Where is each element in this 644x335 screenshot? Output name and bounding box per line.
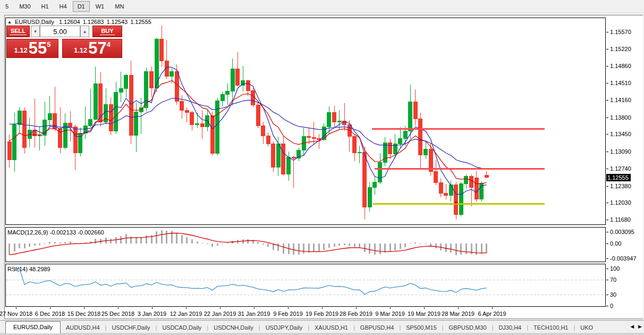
macd-chart[interactable] [5,227,606,262]
tick-mark [606,244,608,244]
price-tick-label: 1.15570 [610,29,631,35]
date-tick [424,307,425,309]
macd-tick-label: 0.00 [610,240,621,247]
date-label: 19 Feb 2019 [306,311,338,317]
date-tick [50,307,50,309]
price-tick-label: 1.14510 [610,80,631,86]
tick-mark [606,232,608,232]
tick-mark [606,280,608,280]
date-tick [186,307,187,309]
date-tick [254,307,255,309]
tab-usdcnh-daily[interactable]: USDCNH,Daily [208,322,259,333]
current-price-badge: 1.12555 [606,174,631,181]
price-tick-label: 1.12030 [610,199,631,206]
date-label: 25 Dec 2018 [101,311,134,317]
application-window: 5M30H1H4D1W1MN ▲EURUSD,Daily1.126041.126… [0,0,644,335]
price-axis: 1.155701.152201.148601.145101.141601.138… [606,15,643,319]
date-tick [220,307,221,309]
price-chart[interactable] [5,18,606,225]
tab-dj30-h4[interactable]: DJ30,H4 [493,322,527,333]
tick-mark [606,220,608,220]
tab-gbpusd-m30[interactable]: GBPUSD,M30 [444,322,492,333]
price-tick-label: 1.11680 [610,216,631,223]
timeframe-button-5[interactable]: 5 [1,1,13,12]
chart-tab-bar: EURUSD,DailyAUDUSD,H4|USDCHF,Daily|USDCA… [0,320,644,335]
tab-eurusd-daily[interactable]: EURUSD,Daily [5,321,61,333]
tick-mark [606,118,608,118]
price-tick-label: 1.13450 [610,131,631,137]
date-label: 6 Apr 2019 [478,311,506,317]
tab-xauusd-h1[interactable]: XAUUSD,H1 [309,322,353,333]
tick-mark [606,100,608,100]
date-label: 9 Feb 2019 [273,311,303,317]
date-tick [390,307,391,309]
tab-usdchf-daily[interactable]: USDCHF,Daily [106,322,155,333]
tick-mark [606,134,608,135]
price-tick-label: 1.13800 [610,114,631,121]
tab-audusd-h4[interactable]: AUDUSD,H4 [61,322,105,333]
date-label: 9 Mar 2019 [375,311,405,317]
date-label: 28 Feb 2019 [340,311,372,317]
date-tick [492,307,493,309]
date-tick [356,307,357,309]
price-tick-label: 1.15220 [610,46,631,52]
tick-mark [606,32,608,32]
tick-mark [606,49,608,49]
tab-sp500-m15[interactable]: SP500,M15 [401,322,442,333]
date-label: 28 Mar 2019 [442,311,474,317]
price-tick-label: 1.12380 [610,183,631,189]
rsi-tick-label: 70 [610,277,616,283]
tick-mark [606,169,608,169]
tab-scroll-right-icon[interactable]: ▶ [638,324,642,329]
rsi-tick-label: 30 [610,291,616,298]
timeframe-toolbar: 5M30H1H4D1W1MN [0,0,644,13]
date-tick [152,307,152,309]
date-label: 12 Jan 2019 [170,311,202,317]
date-label: 22 Jan 2019 [204,311,236,317]
date-label: 15 Dec 2018 [67,311,100,317]
price-tick-label: 1.14160 [610,97,631,103]
tick-mark [606,306,608,306]
price-tick-label: 1.13090 [610,148,631,155]
tick-mark [606,258,608,259]
timeframe-button-mn[interactable]: MN [110,1,129,12]
tick-mark [606,203,608,203]
tab-tech100-h1[interactable]: TECH100,H1 [528,322,573,333]
tick-mark [606,66,608,66]
date-label: 31 Jan 2019 [238,311,270,317]
date-label: 3 Jan 2019 [138,311,166,317]
tick-mark [606,152,608,152]
tab-uko[interactable]: UKO [575,322,598,333]
price-tick-label: 1.12740 [610,165,631,172]
timeframe-button-h1[interactable]: H1 [37,1,54,12]
tick-mark [606,186,608,187]
macd-tick-label: -0.003947 [610,255,637,262]
tab-scroll-left-icon[interactable]: ◀ [630,324,634,329]
date-label: 19 Mar 2019 [408,311,440,317]
date-tick [84,307,84,309]
price-tick-label: 1.14860 [610,63,631,69]
date-tick [322,307,323,309]
date-tick [16,307,16,309]
timeframe-button-d1[interactable]: D1 [73,1,90,12]
date-tick [458,307,459,309]
tick-mark [606,295,608,295]
rsi-chart[interactable] [5,264,606,307]
date-tick [288,307,289,309]
tab-usdjpy-daily[interactable]: USDJPY,Daily [260,322,308,333]
rsi-tick-label: 100 [610,265,620,272]
tick-mark [606,83,608,83]
date-tick [118,307,118,309]
timeframe-button-w1[interactable]: W1 [91,1,109,12]
tab-gbpusd-h4[interactable]: GBPUSD,H4 [355,322,400,333]
rsi-tick-label: 0 [610,303,613,309]
tick-mark [606,269,608,269]
macd-tick-label: 0.003095 [610,229,634,235]
timeframe-button-h4[interactable]: H4 [55,1,72,12]
date-label: 27 Nov 2018 [0,311,32,317]
timeframe-button-m30[interactable]: M30 [14,1,35,12]
tab-usdcad-daily[interactable]: USDCAD,Daily [157,322,207,333]
date-label: 6 Dec 2018 [35,311,65,317]
